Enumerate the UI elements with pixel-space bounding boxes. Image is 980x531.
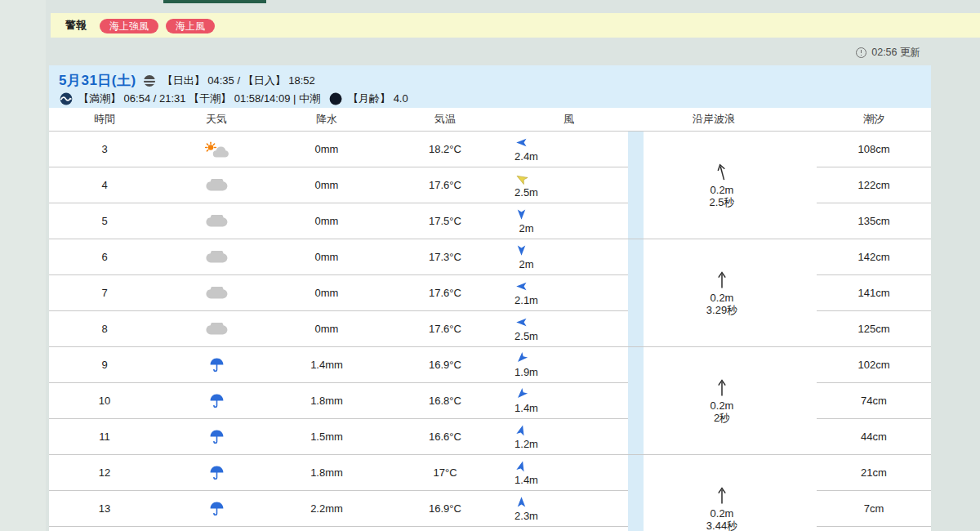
wave-group-cell: 0.2m2.5秒 <box>628 132 931 239</box>
wind-speed-label: 2.5m <box>514 187 538 198</box>
precipitation-cell: 2.2mm <box>273 502 381 515</box>
moon-age-text: 【月齢】 4.0 <box>348 91 408 106</box>
umbrella-icon <box>160 356 273 373</box>
table-row: 101.8mm16.8°C1.4m <box>49 383 628 419</box>
tide-times-text: 【満潮】 06:54 / 21:31 【干潮】 01:58/14:09 | 中潮 <box>78 91 320 106</box>
wind-cell: 2m <box>462 208 581 234</box>
table-row: 40mm17.6°C2.5m <box>49 167 628 203</box>
wind-direction-arrow-icon <box>515 460 528 475</box>
column-header: 天気 <box>160 112 273 127</box>
table-header-row: 時間天気降水気温風沿岸波浪潮汐 <box>49 108 931 132</box>
time-cell: 11 <box>49 431 160 443</box>
wind-cell: 1.9m <box>462 352 581 377</box>
cloud-icon <box>160 287 273 299</box>
table-row: 80mm17.6°C2.5m <box>49 311 628 347</box>
wave-height-label: 0.2m <box>710 184 734 196</box>
precipitation-cell: 0mm <box>273 251 381 263</box>
precipitation-cell: 0mm <box>273 323 381 335</box>
time-cell: 3 <box>49 143 160 155</box>
wave-group-cell: 0.2m3.29秒 <box>628 239 931 347</box>
wave-period-label: 2.5秒 <box>709 196 734 208</box>
precipitation-cell: 0mm <box>273 143 381 155</box>
table-row: 50mm17.5°C2m <box>49 203 628 239</box>
active-tab-indicator[interactable] <box>163 0 266 3</box>
time-cell: 10 <box>49 395 160 407</box>
wave-direction-arrow-icon <box>717 486 727 507</box>
wind-direction-arrow-icon <box>515 208 528 223</box>
table-row: 111.5mm16.6°C1.2m <box>49 419 628 455</box>
weather-page: 警報 海上強風海上風 02:56 更新 5月31日(土) 【日出】 04:35 … <box>0 0 980 531</box>
update-time-label: 02:56 更新 <box>871 46 920 60</box>
time-cell: 8 <box>49 323 160 335</box>
precipitation-cell: 1.4mm <box>273 359 381 371</box>
alert-badges: 海上強風海上風 <box>100 18 222 33</box>
sunrise-sunset-text: 【日出】 04:35 / 【日入】 18:52 <box>163 74 315 88</box>
table-row: 91.4mm16.9°C1.9m <box>49 347 628 383</box>
column-header: 降水 <box>273 112 381 127</box>
info-icon <box>856 47 866 58</box>
precipitation-cell: 1.8mm <box>273 395 381 407</box>
column-header: 時間 <box>49 112 160 127</box>
forecast-card: 5月31日(土) 【日出】 04:35 / 【日入】 18:52 <box>49 65 931 531</box>
wind-direction-arrow-icon <box>515 244 528 259</box>
wind-cell: 2.4m <box>462 136 581 162</box>
sun-behind-cloud-icon <box>160 141 273 158</box>
precipitation-cell: 0mm <box>273 287 381 299</box>
table-body: 30mm18.2°C2.4m108cm40mm17.6°C2.5m122cm50… <box>49 132 931 531</box>
wind-direction-arrow-icon <box>515 136 528 151</box>
wave-period-label: 2秒 <box>714 412 730 424</box>
wind-direction-arrow-icon <box>515 280 528 295</box>
date-header-band: 5月31日(土) 【日出】 04:35 / 【日入】 18:52 <box>49 65 931 108</box>
wind-direction-arrow-icon <box>515 388 528 403</box>
update-status: 02:56 更新 <box>856 46 920 60</box>
sunrise-sunset-icon <box>142 74 157 88</box>
wave-direction-arrow-icon <box>717 378 727 399</box>
wind-speed-label: 1.9m <box>514 367 538 377</box>
cloud-icon <box>160 251 273 263</box>
column-header: 気温 <box>381 112 510 127</box>
umbrella-icon <box>160 392 273 409</box>
wind-direction-arrow-icon <box>515 316 528 331</box>
wind-direction-arrow-icon <box>515 172 528 187</box>
wind-cell: 2.3m <box>462 496 581 521</box>
cloud-icon <box>160 323 273 335</box>
table-row: 30mm18.2°C2.4m <box>49 132 628 167</box>
date-title: 5月31日(土) <box>59 71 136 90</box>
wind-speed-label: 1.4m <box>514 475 538 485</box>
precipitation-cell: 1.8mm <box>273 466 381 479</box>
alert-bar: 警報 海上強風海上風 <box>51 13 980 38</box>
column-header: 沿岸波浪 <box>627 112 800 127</box>
wind-direction-arrow-icon <box>515 496 528 511</box>
wind-speed-label: 2m <box>519 223 533 234</box>
column-header: 潮汐 <box>817 112 931 127</box>
time-cell: 4 <box>49 179 160 191</box>
wind-cell: 2.1m <box>462 280 581 306</box>
warning-badge[interactable]: 海上強風 <box>100 19 158 33</box>
left-margin-strip <box>0 0 46 531</box>
wind-cell: 2.5m <box>462 316 581 341</box>
time-cell: 6 <box>49 251 160 263</box>
cloud-icon <box>160 179 273 191</box>
wind-speed-label: 2m <box>519 259 533 270</box>
time-cell: 7 <box>49 287 160 299</box>
alert-label: 警報 <box>65 18 87 33</box>
wave-height-label: 0.2m <box>710 292 734 304</box>
wave-group-cell: 0.2m2秒 <box>628 347 931 455</box>
table-row: 132.2mm16.9°C2.3m <box>49 491 628 527</box>
wind-direction-arrow-icon <box>515 424 528 439</box>
tide-icon <box>59 91 74 106</box>
precipitation-cell: 0mm <box>273 215 381 227</box>
wind-cell: 1.4m <box>462 388 581 413</box>
wind-cell: 1.2m <box>462 424 581 449</box>
wind-speed-label: 1.2m <box>514 439 538 449</box>
warning-badge[interactable]: 海上風 <box>166 19 215 33</box>
table-row: 60mm17.3°C2m <box>49 239 628 275</box>
wave-period-label: 3.29秒 <box>706 304 737 316</box>
wind-cell: 1.4m <box>462 460 581 485</box>
table-row: 121.8mm17°C1.4m <box>49 455 628 491</box>
wind-cell: 2m <box>462 244 581 270</box>
cloud-icon <box>160 215 273 227</box>
precipitation-cell: 1.5mm <box>273 431 381 443</box>
column-header: 風 <box>510 112 628 127</box>
wind-speed-label: 2.5m <box>514 331 538 341</box>
